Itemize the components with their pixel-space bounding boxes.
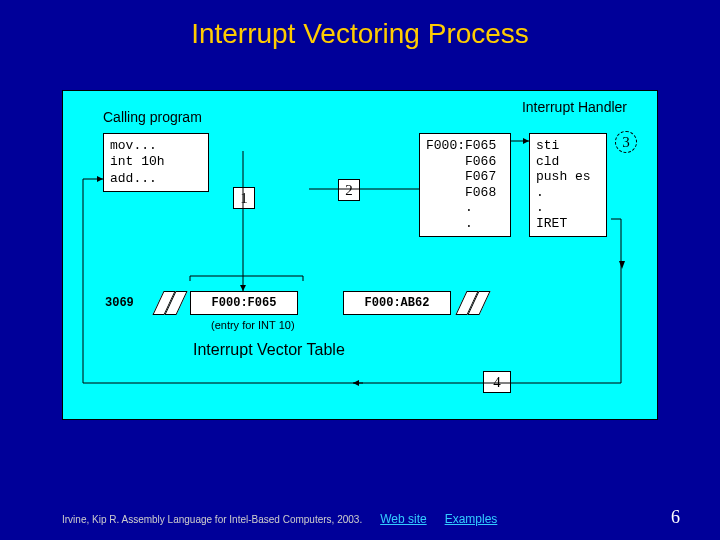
ivt-cell-2: F000:AB62 (343, 291, 451, 315)
ivt-entry-note: (entry for INT 10) (211, 319, 295, 331)
ivt-title: Interrupt Vector Table (193, 341, 345, 359)
handler-code-box: sti cld push es . . IRET (529, 133, 607, 237)
examples-link[interactable]: Examples (445, 512, 498, 526)
slide-title: Interrupt Vectoring Process (0, 0, 720, 50)
interrupt-handler-label: Interrupt Handler (522, 99, 627, 115)
page-number: 6 (671, 507, 680, 528)
web-site-link[interactable]: Web site (380, 512, 426, 526)
ivt-cell-1: F000:F065 (190, 291, 298, 315)
step-4-badge: 4 (483, 371, 511, 393)
left-address-label: 3069 (105, 296, 134, 310)
address-column: F000:F065 F066 F067 F068 . . (419, 133, 511, 237)
footer-credit: Irvine, Kip R. Assembly Language for Int… (62, 514, 362, 525)
step-3-badge: 3 (615, 131, 637, 153)
footer: Irvine, Kip R. Assembly Language for Int… (62, 512, 680, 526)
step-2-badge: 2 (338, 179, 360, 201)
calling-program-label: Calling program (103, 109, 202, 125)
diagram-area: Calling program Interrupt Handler mov...… (62, 90, 658, 420)
calling-code-box: mov... int 10h add... (103, 133, 209, 192)
step-1-badge: 1 (233, 187, 255, 209)
